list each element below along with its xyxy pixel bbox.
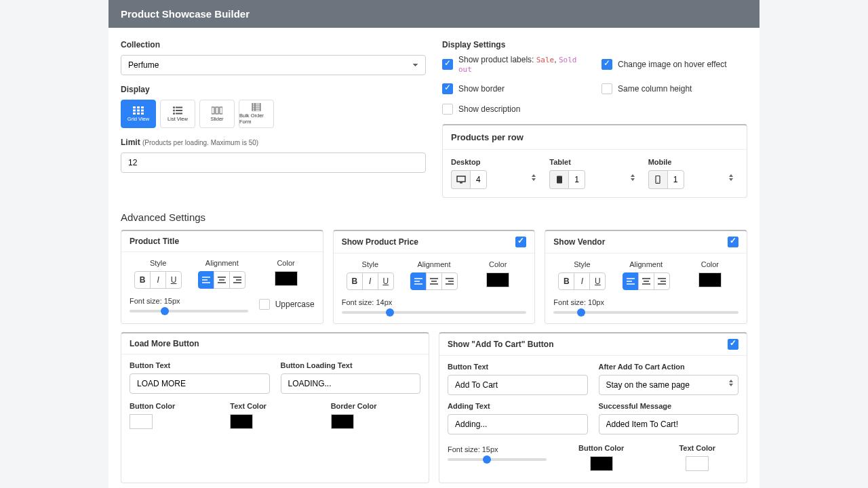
display-list-view[interactable]: List View	[160, 100, 195, 128]
change-image-text: Change image on hover effect	[618, 60, 727, 69]
svg-rect-17	[220, 107, 222, 114]
load-more-header: Load More Button	[130, 339, 199, 348]
loadmore-button-color[interactable]	[130, 414, 153, 429]
align-center-button[interactable]	[214, 271, 230, 289]
same-height-checkbox[interactable]	[601, 83, 612, 94]
atc-success-text[interactable]	[599, 414, 739, 434]
product-title-fontsize: Font size: 15px	[130, 297, 180, 305]
align-right-button[interactable]	[229, 271, 245, 289]
show-vendor-checkbox[interactable]	[728, 237, 738, 247]
tablet-icon	[549, 170, 568, 189]
atc-slider[interactable]	[448, 458, 547, 461]
desktop-select[interactable]: 4	[470, 170, 487, 189]
limit-hint: (Products per loading. Maximum is 50)	[142, 139, 258, 146]
limit-label: Limit (Products per loading. Maximum is …	[121, 138, 426, 147]
atc-adding-text[interactable]	[448, 414, 588, 434]
svg-rect-5	[141, 109, 144, 111]
display-options: Grid View List View Slider	[121, 100, 426, 128]
atc-button-text[interactable]	[448, 375, 588, 395]
price-slider[interactable]	[342, 311, 527, 314]
loading-text-input[interactable]	[281, 373, 421, 394]
svg-point-27	[658, 182, 658, 182]
vendor-fontsize: Font size: 10px	[553, 298, 604, 306]
mobile-label: Mobile	[648, 158, 738, 166]
product-title-style: B I U	[134, 271, 182, 289]
product-title-slider[interactable]	[130, 310, 248, 312]
vendor-color[interactable]	[698, 272, 722, 287]
atc-after-action[interactable]: Stay on the same page	[599, 375, 739, 395]
desktop-icon	[451, 170, 470, 189]
bold-button[interactable]: B	[347, 272, 363, 290]
show-price-checkbox[interactable]	[515, 237, 526, 247]
add-to-cart-header: Show "Add To Cart" Button	[448, 340, 553, 349]
product-title-card: Product Title Style B I U Alignment	[121, 230, 323, 324]
change-image-checkbox[interactable]	[601, 59, 612, 70]
price-color[interactable]	[486, 272, 509, 287]
atc-button-color[interactable]	[590, 456, 613, 471]
display-slider[interactable]: Slider	[199, 100, 235, 128]
italic-button[interactable]: I	[362, 272, 378, 290]
show-description-text: Show description	[458, 104, 520, 114]
add-to-cart-checkbox[interactable]	[728, 339, 738, 350]
align-right-button[interactable]	[441, 272, 458, 290]
svg-rect-12	[176, 110, 182, 111]
svg-rect-25	[557, 176, 562, 184]
svg-rect-3	[133, 109, 136, 111]
show-labels-text: Show product labels: Sale, Sold out	[458, 55, 588, 74]
underline-button[interactable]: U	[165, 271, 182, 289]
display-label: Display	[121, 85, 426, 94]
svg-rect-0	[133, 106, 136, 108]
svg-rect-14	[176, 113, 182, 114]
show-labels-checkbox[interactable]	[442, 59, 453, 70]
add-to-cart-card: Show "Add To Cart" Button Button Text Af…	[439, 332, 747, 483]
product-title-align	[198, 271, 245, 289]
align-center-button[interactable]	[638, 272, 654, 290]
show-description-checkbox[interactable]	[442, 104, 453, 115]
align-left-button[interactable]	[410, 272, 427, 290]
svg-rect-8	[141, 113, 144, 115]
atc-text-color[interactable]	[686, 456, 709, 471]
same-height-text: Same column height	[618, 84, 692, 94]
align-center-button[interactable]	[426, 272, 442, 290]
svg-rect-7	[137, 113, 140, 115]
display-bulk-order[interactable]: Bulk Order Form	[239, 100, 274, 128]
desktop-label: Desktop	[451, 158, 541, 166]
align-right-button[interactable]	[654, 272, 670, 290]
svg-rect-1	[137, 106, 140, 108]
align-left-button[interactable]	[198, 271, 214, 289]
svg-rect-24	[460, 182, 462, 184]
italic-button[interactable]: I	[150, 271, 166, 289]
tablet-label: Tablet	[549, 158, 639, 166]
loadmore-border-color[interactable]	[331, 414, 354, 429]
show-vendor-card: Show Vendor Style BIU Alignment	[545, 230, 747, 324]
underline-button[interactable]: U	[378, 272, 394, 290]
display-grid-view[interactable]: Grid View	[121, 100, 156, 128]
products-per-row-header: Products per row	[443, 125, 747, 150]
italic-button[interactable]: I	[574, 272, 590, 290]
slider-icon	[212, 106, 222, 115]
product-title-header: Product Title	[130, 237, 179, 246]
svg-rect-15	[212, 107, 214, 114]
show-price-card: Show Product Price Style BIU Alignment	[333, 230, 536, 324]
svg-rect-23	[457, 176, 465, 182]
svg-point-9	[173, 106, 175, 108]
bold-button[interactable]: B	[134, 271, 151, 289]
limit-input[interactable]	[121, 152, 426, 173]
products-per-row-card: Products per row Desktop 4 T	[442, 124, 747, 198]
mobile-select[interactable]: 1	[667, 170, 684, 189]
svg-point-11	[173, 109, 175, 111]
tablet-select[interactable]: 1	[568, 170, 585, 189]
load-more-text-input[interactable]	[130, 373, 270, 394]
align-left-button[interactable]	[623, 272, 639, 290]
product-title-color[interactable]	[275, 271, 298, 286]
grid-icon	[133, 106, 144, 115]
show-border-checkbox[interactable]	[442, 83, 453, 94]
collection-select[interactable]: Perfume	[121, 55, 426, 75]
svg-rect-10	[176, 106, 182, 108]
uppercase-checkbox[interactable]	[259, 299, 270, 310]
bold-button[interactable]: B	[558, 272, 574, 290]
atc-fontsize: Font size: 15px	[448, 445, 498, 453]
underline-button[interactable]: U	[589, 272, 606, 290]
loadmore-text-color[interactable]	[230, 414, 253, 429]
vendor-slider[interactable]	[553, 311, 738, 314]
